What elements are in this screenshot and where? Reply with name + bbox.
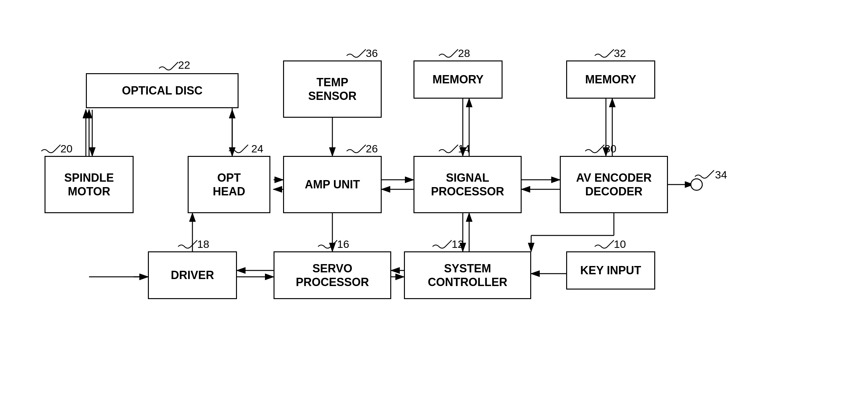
memory-28-ref: 28 bbox=[458, 47, 470, 59]
spindle-motor-label: SPINDLE MOTOR bbox=[64, 171, 114, 198]
temp-sensor-label: TEMP SENSOR bbox=[308, 76, 356, 103]
spindle-motor-ref: 20 bbox=[60, 143, 72, 155]
system-controller-block: SYSTEM CONTROLLER bbox=[404, 251, 531, 299]
signal-processor-ref: 14 bbox=[458, 143, 470, 155]
external-ref-34: 34 bbox=[715, 169, 727, 181]
amp-unit-block: AMP UNIT bbox=[283, 156, 382, 213]
system-controller-label: SYSTEM CONTROLLER bbox=[428, 262, 507, 289]
av-encoder-label: AV ENCODER DECODER bbox=[576, 171, 651, 198]
opt-head-block: OPT HEAD bbox=[188, 156, 270, 213]
driver-ref: 18 bbox=[197, 238, 209, 251]
servo-processor-ref: 16 bbox=[337, 238, 349, 251]
driver-label: DRIVER bbox=[171, 268, 214, 282]
opt-head-label: OPT HEAD bbox=[213, 171, 245, 198]
memory-28-label: MEMORY bbox=[433, 72, 484, 86]
servo-processor-block: SERVO PROCESSOR bbox=[274, 251, 391, 299]
servo-processor-label: SERVO PROCESSOR bbox=[296, 262, 369, 289]
key-input-block: KEY INPUT bbox=[566, 251, 655, 290]
memory-32-block: MEMORY bbox=[566, 60, 655, 99]
temp-sensor-block: TEMP SENSOR bbox=[283, 60, 382, 118]
amp-unit-label: AMP UNIT bbox=[305, 178, 360, 191]
system-controller-ref: 12 bbox=[452, 238, 464, 251]
key-input-label: KEY INPUT bbox=[580, 263, 641, 277]
av-encoder-ref: 30 bbox=[604, 143, 616, 155]
signal-processor-block: SIGNAL PROCESSOR bbox=[413, 156, 522, 213]
spindle-motor-block: SPINDLE MOTOR bbox=[44, 156, 133, 213]
signal-processor-label: SIGNAL PROCESSOR bbox=[431, 171, 504, 198]
temp-sensor-ref: 36 bbox=[366, 47, 378, 59]
amp-unit-ref: 26 bbox=[366, 143, 378, 155]
driver-block: DRIVER bbox=[148, 251, 237, 299]
svg-point-23 bbox=[691, 179, 702, 190]
optical-disc-label: OPTICAL DISC bbox=[122, 84, 202, 97]
optical-disc-ref: 22 bbox=[178, 59, 190, 71]
memory-28-block: MEMORY bbox=[413, 60, 502, 99]
opt-head-ref: 24 bbox=[251, 143, 264, 155]
key-input-ref: 10 bbox=[614, 238, 626, 251]
memory-32-label: MEMORY bbox=[585, 72, 637, 86]
av-encoder-block: AV ENCODER DECODER bbox=[560, 156, 668, 213]
memory-32-ref: 32 bbox=[614, 47, 626, 59]
optical-disc-block: OPTICAL DISC bbox=[86, 73, 239, 108]
